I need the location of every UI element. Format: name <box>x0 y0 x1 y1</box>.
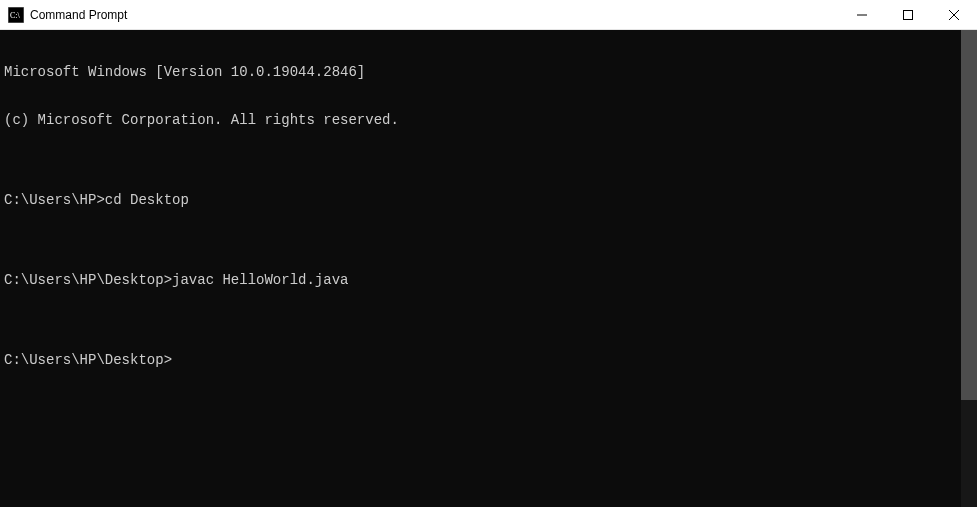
prompt-line: C:\Users\HP>cd Desktop <box>4 192 957 208</box>
titlebar-left: C:\ Command Prompt <box>0 7 127 23</box>
svg-rect-3 <box>904 11 913 20</box>
minimize-button[interactable] <box>839 0 885 30</box>
terminal-output[interactable]: Microsoft Windows [Version 10.0.19044.28… <box>0 30 961 507</box>
prompt-command: cd Desktop <box>105 192 189 208</box>
prompt-command: javac HelloWorld.java <box>172 272 348 288</box>
prompt-path: C:\Users\HP\Desktop> <box>4 352 172 368</box>
vertical-scrollbar[interactable] <box>961 30 977 507</box>
prompt-path: C:\Users\HP> <box>4 192 105 208</box>
window-controls <box>839 0 977 29</box>
maximize-button[interactable] <box>885 0 931 30</box>
minimize-icon <box>857 10 867 20</box>
scrollbar-thumb[interactable] <box>961 30 977 400</box>
maximize-icon <box>903 10 913 20</box>
os-version-line: Microsoft Windows [Version 10.0.19044.28… <box>4 64 957 80</box>
prompt-line: C:\Users\HP\Desktop>javac HelloWorld.jav… <box>4 272 957 288</box>
svg-text:C:\: C:\ <box>10 11 21 20</box>
cmd-icon: C:\ <box>8 7 24 23</box>
terminal-area[interactable]: Microsoft Windows [Version 10.0.19044.28… <box>0 30 977 507</box>
prompt-line: C:\Users\HP\Desktop> <box>4 352 957 368</box>
prompt-path: C:\Users\HP\Desktop> <box>4 272 172 288</box>
close-icon <box>949 10 959 20</box>
copyright-line: (c) Microsoft Corporation. All rights re… <box>4 112 957 128</box>
window-title: Command Prompt <box>30 8 127 22</box>
titlebar[interactable]: C:\ Command Prompt <box>0 0 977 30</box>
close-button[interactable] <box>931 0 977 30</box>
